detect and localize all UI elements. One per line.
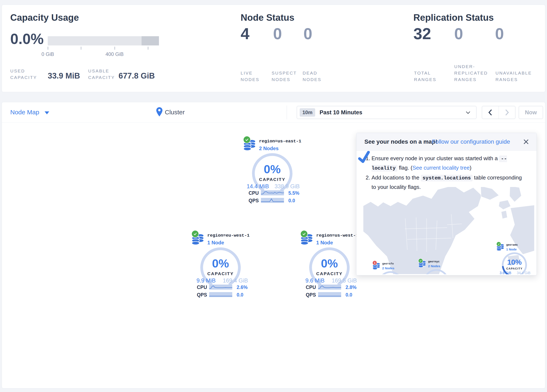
popup-header: See your nodes on a map! Follow our conf… <box>356 133 537 151</box>
cpu-metric-row: CPU 5.5% <box>241 190 304 196</box>
cpu-metric-row: CPU 2.8% <box>298 285 361 290</box>
region-locality-label: region=us-west-1 <box>316 233 359 238</box>
time-range-dropdown[interactable]: 10m Past 10 Minutes <box>297 106 476 119</box>
capacity-percent: 0% <box>241 162 303 176</box>
cpu-label: CPU <box>249 190 259 196</box>
mini-region-card-geo-sfo: 1 geo=sfo 2 Nodes <box>371 261 410 274</box>
mini-region-card-geo-ams: geo=ams 1 Node 10% CAPACITY 3.6 GiB 34.4… <box>495 242 534 274</box>
qps-label: QPS <box>306 292 316 298</box>
healthy-check-icon <box>300 230 308 238</box>
time-range-badge: 10m <box>300 108 315 117</box>
cluster-overview-page: Capacity Usage 0.0% 0 GiB 400 GiB USED C… <box>0 0 547 392</box>
live-nodes-count: 4 <box>241 26 249 42</box>
capacity-gauge <box>423 269 449 274</box>
capacity-axis-tick <box>148 47 148 50</box>
suspect-nodes-count: 0 <box>273 26 282 42</box>
healthy-check-icon <box>191 230 199 238</box>
capacity-total-value: 34.4 GiB <box>513 271 534 274</box>
qps-sparkline <box>209 292 232 297</box>
healthy-check-icon <box>418 258 423 263</box>
cpu-value: 5.5% <box>288 190 299 196</box>
cpu-value: 2.8% <box>346 285 356 290</box>
qps-metric-row: QPS 0.0 <box>298 292 361 298</box>
capacity-axis-tick <box>115 47 115 50</box>
cluster-summary-panel: Capacity Usage 0.0% 0 GiB 400 GiB USED C… <box>2 5 545 92</box>
region-node-count-link[interactable]: 1 Node <box>316 240 333 246</box>
popup-title: See your nodes on a map! <box>364 138 438 145</box>
region-node-count-link[interactable]: 1 Node <box>207 240 224 246</box>
locality-label: geo=ams <box>506 244 518 247</box>
region-card-us-west-1[interactable]: region=us-west-1 1 Node 0% CAPACITY 9.6 … <box>298 230 361 301</box>
capacity-gauge <box>377 271 403 274</box>
qps-value: 0.0 <box>288 198 295 204</box>
unavailable-ranges-count: 0 <box>495 26 504 42</box>
live-nodes-label: LIVE NODES <box>241 70 266 83</box>
locality-label: geo=nyc <box>428 260 440 263</box>
time-step-arrows <box>482 106 515 119</box>
chevron-right-icon <box>505 109 509 116</box>
used-capacity-value: 33.9 MiB <box>48 71 80 80</box>
capacity-axis-label-400: 400 GiB <box>102 51 127 57</box>
capacity-gauge-label: CAPACITY <box>241 177 303 182</box>
capacity-used-value: 9.6 MiB <box>298 277 332 284</box>
capacity-total-value: 169.5 GiB <box>328 277 361 284</box>
replication-status-title: Replication Status <box>413 12 494 23</box>
capacity-usage-title: Capacity Usage <box>10 12 79 23</box>
unavailable-ranges-label: UNAVAILABLE RANGES <box>495 70 535 83</box>
under-replicated-ranges-label: UNDER-REPLICATED RANGES <box>454 63 490 83</box>
region-locality-label: region=us-east-1 <box>259 139 301 144</box>
qps-value: 0.0 <box>237 292 243 298</box>
region-node-count-link[interactable]: 2 Nodes <box>259 145 279 151</box>
step-text: Ensure every node in your cluster was st… <box>371 154 527 173</box>
locality-tree-link[interactable]: See current locality tree <box>412 165 470 171</box>
time-step-forward-button[interactable] <box>499 106 515 119</box>
region-card-us-east-1[interactable]: region=us-east-1 2 Nodes 0% CAPACITY 14.… <box>241 136 304 207</box>
region-card-eu-west-1[interactable]: region=eu-west-1 1 Node 0% CAPACITY 9.9 … <box>189 230 252 301</box>
cpu-sparkline <box>209 285 232 290</box>
alert-count-badge: 1 <box>372 261 377 265</box>
instruction-step-1: 1. Ensure every node in your cluster was… <box>366 154 527 173</box>
chevron-left-icon <box>488 109 492 116</box>
cpu-label: CPU <box>306 285 316 290</box>
qps-value: 0.0 <box>346 292 352 298</box>
qps-metric-row: QPS 0.0 <box>241 198 304 203</box>
capacity-usage-percent: 0.0% <box>10 32 44 46</box>
capacity-axis-tick <box>48 47 48 50</box>
region-locality-label: region=eu-west-1 <box>207 233 250 238</box>
qps-label: QPS <box>197 292 207 298</box>
mini-region-card-geo-nyc: geo=nyc 2 Nodes 6% CAPACITY 3.7 GiB 65.7… <box>417 258 456 274</box>
cpu-value: 2.6% <box>237 285 247 290</box>
view-selector-label: Node Map <box>10 109 39 116</box>
qps-metric-row: QPS 0.0 <box>189 292 252 298</box>
location-pin-icon <box>156 107 163 117</box>
total-ranges-label: TOTAL RANGES <box>414 70 440 83</box>
now-button[interactable]: Now <box>519 106 543 119</box>
healthy-check-icon <box>243 136 251 144</box>
example-world-map: 1 geo=sfo 2 Nodes <box>363 187 534 274</box>
node-map-panel: Node Map Cluster 10m Past 10 Minutes <box>2 102 545 388</box>
capacity-total-value: 169.4 GiB <box>219 277 252 284</box>
capacity-percent: 10% <box>495 258 534 266</box>
dead-nodes-count: 0 <box>303 26 312 42</box>
breadcrumb-cluster[interactable]: Cluster <box>165 109 185 116</box>
capacity-used-value: 14.4 MiB <box>241 183 274 190</box>
total-ranges-count: 32 <box>413 26 431 42</box>
chevron-down-icon <box>466 111 470 114</box>
node-count-label: 2 Nodes <box>428 264 440 268</box>
locality-label: geo=sfo <box>382 262 394 265</box>
big-check-icon <box>358 151 371 164</box>
configuration-guide-link[interactable]: Follow our configuration guide <box>432 138 510 145</box>
suspect-nodes-label: SUSPECT NODES <box>272 70 301 83</box>
usable-capacity-label: USABLE CAPACITY <box>88 68 122 81</box>
cpu-sparkline <box>261 190 284 195</box>
view-selector-dropdown[interactable]: Node Map <box>10 109 49 116</box>
cpu-metric-row: CPU 2.6% <box>189 285 252 290</box>
capacity-gauge-label: CAPACITY <box>189 271 252 276</box>
node-count-label: 1 Node <box>506 248 517 251</box>
close-icon[interactable] <box>523 138 529 145</box>
capacity-total-value: 338.9 GiB <box>270 183 304 190</box>
dead-nodes-label: DEAD NODES <box>303 70 328 83</box>
cpu-label: CPU <box>197 285 207 290</box>
system-locations-code: system.locations <box>421 175 472 181</box>
time-step-back-button[interactable] <box>482 106 499 119</box>
